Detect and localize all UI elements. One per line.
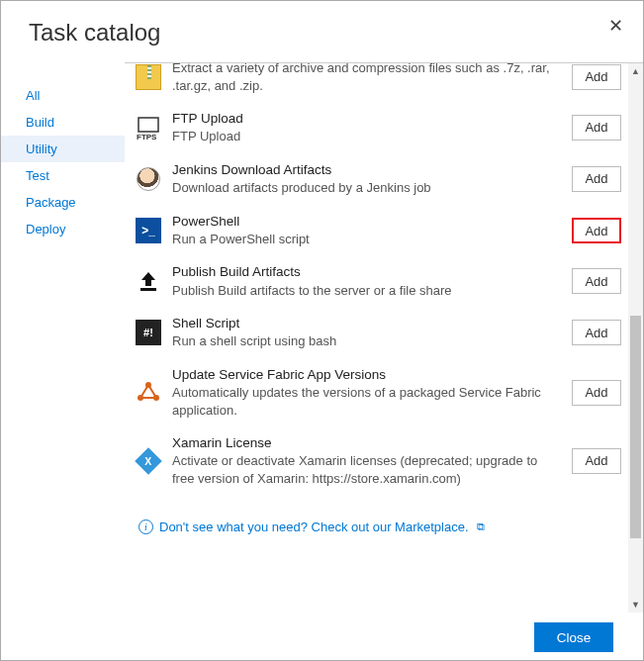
task-title: Xamarin License [172,434,562,452]
add-button[interactable]: Add [572,380,621,406]
sidebar-item-build[interactable]: Build [1,109,125,136]
add-button[interactable]: Add [572,268,621,294]
task-row: #!Shell ScriptRun a shell script using b… [133,307,623,358]
task-desc: Automatically updates the versions of a … [172,384,562,419]
task-desc: Publish Build artifacts to the server or… [172,282,562,300]
task-text: Xamarin LicenseActivate or deactivate Xa… [172,434,562,487]
svg-rect-0 [138,118,158,132]
task-text: FTP UploadFTP Upload [172,110,562,145]
task-title: Jenkins Download Artifacts [172,161,562,179]
jenkins-icon [135,165,162,193]
sidebar-item-test[interactable]: Test [1,162,125,189]
task-desc: Extract a variety of archive and compres… [172,62,562,94]
add-button[interactable]: Add [572,320,621,345]
fabric-icon [135,379,162,407]
task-title: FTP Upload [172,110,562,128]
ps-icon: >_ [135,217,162,244]
marketplace-link[interactable]: iDon't see what you need? Check out our … [133,496,623,534]
dialog-title: Task catalog [29,19,643,47]
publish-icon [135,267,162,295]
add-button[interactable]: Add [572,115,621,141]
task-text: PowerShellRun a PowerShell script [172,213,562,248]
task-text: Update Service Fabric App VersionsAutoma… [172,366,562,419]
task-text: Jenkins Download ArtifactsDownload artif… [172,161,562,197]
task-desc: Activate or deactivate Xamarin licenses … [172,452,562,487]
info-icon: i [138,519,153,534]
scroll-down-icon[interactable]: ▼ [628,597,643,613]
task-row: FTPSFTP UploadFTP UploadAdd [133,102,623,153]
task-row: Jenkins Download ArtifactsDownload artif… [133,153,623,205]
task-row: Update Service Fabric App VersionsAutoma… [133,358,623,426]
marketplace-text: Don't see what you need? Check out our M… [159,519,469,534]
add-button[interactable]: Add [572,218,621,243]
add-button[interactable]: Add [572,448,621,474]
svg-text:FTPS: FTPS [137,133,157,141]
xam-icon: X [135,447,162,475]
task-desc: Run a PowerShell script [172,231,562,248]
scroll-up-icon[interactable]: ▲ [628,63,643,79]
scrollbar-thumb[interactable] [630,316,641,538]
task-list: Extract a variety of archive and compres… [125,62,628,613]
task-desc: Run a shell script using bash [172,332,562,350]
shell-icon: #! [135,319,162,346]
close-button[interactable]: Close [534,622,613,652]
close-icon[interactable]: ✕ [608,15,623,37]
sidebar: AllBuildUtilityTestPackageDeploy [1,62,125,613]
add-button[interactable]: Add [572,166,621,192]
task-row: >_PowerShellRun a PowerShell scriptAdd [133,205,623,256]
task-title: Publish Build Artifacts [172,263,562,281]
zip-icon [135,63,162,91]
svg-rect-2 [140,288,156,291]
external-link-icon: ⧉ [477,520,485,533]
task-desc: FTP Upload [172,128,562,145]
task-text: Shell ScriptRun a shell script using bas… [172,315,562,350]
task-text: Publish Build ArtifactsPublish Build art… [172,263,562,299]
sidebar-item-deploy[interactable]: Deploy [1,216,125,242]
task-title: Update Service Fabric App Versions [172,366,562,384]
task-row: Extract a variety of archive and compres… [133,62,623,102]
task-row: XXamarin LicenseActivate or deactivate X… [133,426,623,495]
task-title: Shell Script [172,315,562,332]
task-row: Publish Build ArtifactsPublish Build art… [133,255,623,307]
sidebar-item-utility[interactable]: Utility [1,136,125,162]
task-title: PowerShell [172,213,562,231]
add-button[interactable]: Add [572,64,621,90]
scrollbar: ▲ ▼ [628,62,643,613]
task-desc: Download artifacts produced by a Jenkins… [172,179,562,197]
ftp-icon: FTPS [135,114,162,142]
task-text: Extract a variety of archive and compres… [172,62,562,94]
sidebar-item-package[interactable]: Package [1,189,125,216]
sidebar-item-all[interactable]: All [1,82,125,109]
